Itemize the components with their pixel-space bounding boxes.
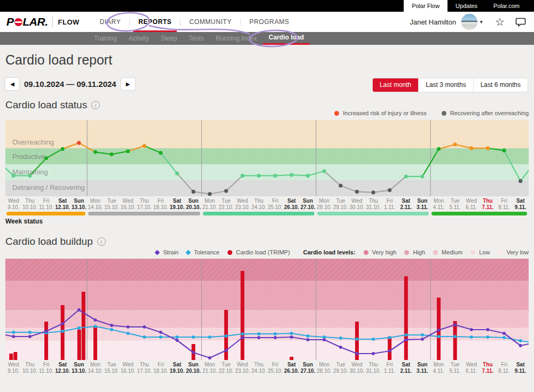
subnav-item-cardio-load[interactable]: Cardio load xyxy=(263,32,310,45)
nav-item-community[interactable]: COMMUNITY xyxy=(180,12,240,32)
axis-day-name: Wed xyxy=(234,362,251,368)
polar-logo-o-icon xyxy=(14,18,22,26)
axis-day-date: 20.10. xyxy=(185,204,202,211)
axis-day-23-10-: Wed23.10. xyxy=(234,198,251,211)
user-name[interactable]: Janet Hamilton xyxy=(410,18,456,26)
week-status-segment[interactable] xyxy=(431,212,527,215)
range-button-last-6-months[interactable]: Last 6 months xyxy=(473,78,528,92)
axis-day-name: Thu xyxy=(136,198,153,204)
axis-day-18-10-: Fri18.10. xyxy=(153,362,169,374)
axis-day-name: Mon xyxy=(430,198,447,204)
favorites-star-icon[interactable]: ☆ xyxy=(495,17,505,27)
user-menu-caret-icon[interactable]: ▼ xyxy=(479,20,483,25)
axis-day-30-10-: Wed30.10. xyxy=(349,198,365,211)
axis-day-25-10-: Fri25.10. xyxy=(267,198,284,211)
axis-day-name: Sun xyxy=(414,362,431,368)
axis-day-28-10-: Mon28.10. xyxy=(316,362,333,374)
week-status-segment[interactable] xyxy=(6,212,85,215)
buildup-legend: StrainToleranceCardio load (TRIMP)Cardio… xyxy=(155,249,529,255)
axis-day-name: Mon xyxy=(316,198,333,204)
prev-period-button[interactable]: ◀ xyxy=(5,78,19,90)
week-status-segment[interactable] xyxy=(88,212,200,215)
subnav-item-running-index[interactable]: Running Index xyxy=(210,32,263,45)
buildup-chart[interactable] xyxy=(5,259,529,360)
axis-day-15-10-: Tue15.10. xyxy=(104,198,120,211)
axis-day-date: 3.11. xyxy=(414,368,431,374)
status-legend-item: Recovering after overreaching xyxy=(442,110,529,116)
axis-day-name: Wed xyxy=(464,362,480,368)
range-button-last-3-months[interactable]: Last 3 months xyxy=(418,78,473,92)
subnav-item-tests[interactable]: Tests xyxy=(183,32,210,45)
axis-day-date: 24.10. xyxy=(250,368,267,374)
buildup-title-text: Cardio load buildup xyxy=(5,236,93,247)
axis-day-date: 4.11. xyxy=(430,368,447,374)
top-bar: Polar FlowUpdatesPolar.com xyxy=(0,0,534,12)
axis-day-name: Tue xyxy=(104,198,120,204)
axis-day-date: 9.11. xyxy=(512,368,529,374)
range-button-last-month[interactable]: Last month xyxy=(373,78,418,92)
axis-day-name: Tue xyxy=(447,362,464,368)
feedback-chat-icon[interactable] xyxy=(515,17,527,27)
axis-day-10-10-: Thu10.10. xyxy=(22,362,38,374)
axis-day-name: Wed xyxy=(5,198,22,204)
site-tab-updates[interactable]: Updates xyxy=(447,0,485,12)
axis-day-name: Sun xyxy=(300,198,316,204)
logo-rest: LAR. xyxy=(23,15,48,28)
axis-day-date: 31.10. xyxy=(365,204,382,211)
axis-day-name: Sat xyxy=(512,362,529,368)
legend-label: Medium xyxy=(442,249,462,255)
axis-day-29-10-: Tue29.10. xyxy=(333,362,349,374)
axis-day-16-10-: Wed16.10. xyxy=(120,362,136,374)
axis-day-date: 28.10. xyxy=(316,204,333,211)
load-level-legend-item: High xyxy=(404,249,425,255)
axis-day-11-10-: Fri11.10. xyxy=(38,362,54,374)
site-tab-polar-com[interactable]: Polar.com xyxy=(485,0,528,12)
status-chart-svg xyxy=(5,120,529,196)
buildup-info-icon[interactable]: i xyxy=(97,237,106,246)
axis-day-12-10-: Sat12.10. xyxy=(54,198,71,211)
subnav-item-training[interactable]: Training xyxy=(88,32,123,45)
nav-item-reports[interactable]: REPORTS xyxy=(130,12,180,32)
axis-day-name: Wed xyxy=(349,198,365,204)
site-tab-polar-flow[interactable]: Polar Flow xyxy=(404,0,447,12)
axis-day-name: Thu xyxy=(365,198,382,204)
legend-dot-icon xyxy=(470,250,475,255)
axis-day-date: 6.11. xyxy=(464,204,480,211)
axis-day-date: 9.10. xyxy=(5,204,22,211)
axis-day-date: 18.10. xyxy=(153,368,169,374)
week-status-segment[interactable] xyxy=(203,212,315,215)
buildup-series-legend-item: Tolerance xyxy=(186,249,219,255)
user-avatar[interactable] xyxy=(461,14,477,30)
axis-day-name: Sat xyxy=(398,198,414,204)
axis-day-17-10-: Thu17.10. xyxy=(136,362,153,374)
polar-logo[interactable]: PLAR. xyxy=(6,15,48,28)
axis-day-name: Thu xyxy=(22,362,38,368)
axis-day-21-10-: Mon21.10. xyxy=(202,198,218,211)
nav-item-programs[interactable]: PROGRAMS xyxy=(241,12,298,32)
nav-item-diary[interactable]: DIARY xyxy=(91,12,129,32)
axis-day-name: Sun xyxy=(71,198,88,204)
legend-dot-icon xyxy=(442,111,446,116)
legend-label: Low xyxy=(479,249,490,255)
week-status-bars xyxy=(5,212,529,216)
week-status-segment[interactable] xyxy=(317,212,429,215)
axis-day-name: Mon xyxy=(87,198,104,204)
status-chart[interactable]: OverreachingProductiveMaintainingDetrain… xyxy=(5,120,529,196)
axis-day-name: Tue xyxy=(218,362,234,368)
axis-day-date: 18.10. xyxy=(153,204,169,211)
load-level-legend-item: Very low xyxy=(498,249,529,255)
axis-day-18-10-: Fri18.10. xyxy=(153,198,169,211)
axis-day-name: Tue xyxy=(218,198,234,204)
axis-day-name: Wed xyxy=(464,198,480,204)
axis-day-19-10-: Sat19.10. xyxy=(169,362,185,374)
next-period-button[interactable]: ▶ xyxy=(121,78,135,90)
subnav-item-activity[interactable]: Activity xyxy=(123,32,155,45)
axis-day-date: 26.10. xyxy=(284,204,300,211)
subnav-item-sleep[interactable]: Sleep xyxy=(155,32,183,45)
date-navigation: ◀ 09.10.2024 — 09.11.2024 ▶ xyxy=(5,78,135,90)
axis-day-name: Sun xyxy=(185,198,202,204)
axis-day-6-11-: Wed6.11. xyxy=(464,198,480,211)
legend-label: Recovering after overreaching xyxy=(450,110,529,116)
axis-day-date: 19.10. xyxy=(169,368,185,374)
status-info-icon[interactable]: i xyxy=(91,101,100,109)
